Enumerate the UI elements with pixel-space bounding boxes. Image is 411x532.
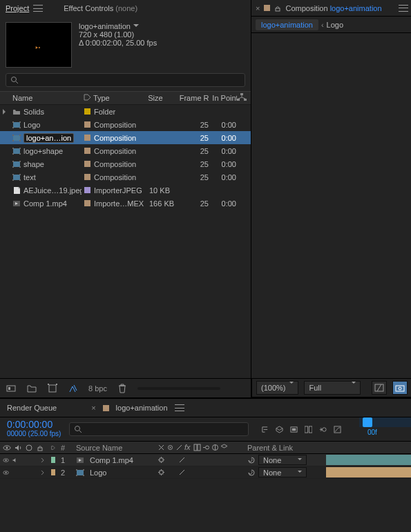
col-label[interactable]	[81, 94, 90, 103]
chevron-left-icon[interactable]: ‹	[321, 21, 324, 29]
col-frame-rate[interactable]: Frame Ra…	[177, 94, 210, 102]
comp-mini-flowchart-icon[interactable]	[261, 426, 269, 433]
svg-rect-22	[13, 161, 20, 167]
timeline-search-input[interactable]	[69, 422, 249, 436]
layer-bar-track[interactable]	[326, 454, 411, 466]
quality-icon[interactable]	[178, 469, 186, 476]
snapshot-button[interactable]	[392, 381, 408, 395]
breadcrumb-current[interactable]: logo+animation	[256, 19, 318, 30]
layer-bar-track[interactable]	[326, 466, 411, 479]
toggle-transparency-button[interactable]	[372, 381, 387, 395]
solo-column-icon[interactable]	[25, 444, 33, 452]
expand-arrow-icon[interactable]	[3, 109, 8, 115]
timeline-ruler[interactable]: 00f	[359, 417, 411, 441]
speaker-icon[interactable]	[12, 456, 18, 464]
layer-label-swatch[interactable]	[51, 469, 55, 475]
timeline-layers[interactable]: 1Comp 1.mp4None2LogoNone	[0, 454, 411, 532]
layer-label-swatch[interactable]	[51, 457, 55, 463]
lock-icon[interactable]	[274, 5, 281, 12]
interpret-footage-button[interactable]	[6, 383, 17, 394]
quality-icon[interactable]	[178, 456, 186, 464]
frame-blend-icon[interactable]	[305, 426, 312, 433]
parent-column[interactable]: Parent & Link	[245, 442, 336, 453]
timeline-layer-row[interactable]: 1Comp 1.mp4None	[0, 454, 411, 466]
svg-rect-30	[12, 179, 14, 181]
color-depth-button[interactable]: 8 bpc	[88, 384, 107, 393]
project-item-row[interactable]: shapeComposition250:00	[0, 157, 251, 170]
panel-menu-icon[interactable]	[33, 3, 43, 13]
label-swatch[interactable]	[84, 161, 90, 167]
3d-switch-icon	[220, 444, 228, 451]
pickwhip-icon[interactable]	[247, 456, 256, 464]
current-timecode[interactable]: 0:00:00:00	[7, 419, 62, 430]
audio-column-icon[interactable]	[14, 444, 22, 452]
effect-controls-tab[interactable]: Effect Controls (none)	[64, 4, 137, 12]
chevron-right-icon[interactable]	[39, 456, 46, 464]
parent-dropdown[interactable]: None	[258, 467, 307, 477]
project-item-row[interactable]: logo+an…ionComposition250:00	[0, 131, 251, 144]
pickwhip-icon[interactable]	[247, 469, 256, 477]
graph-editor-icon[interactable]	[334, 426, 341, 433]
panel-menu-icon[interactable]	[399, 3, 408, 13]
col-in-point[interactable]: In Point	[209, 94, 237, 102]
layer-bar[interactable]	[326, 455, 411, 465]
label-swatch[interactable]	[84, 135, 90, 141]
chevron-right-icon[interactable]	[39, 469, 46, 477]
reset-icon[interactable]	[157, 469, 165, 476]
project-tab[interactable]: Project	[6, 4, 29, 12]
layer-bar[interactable]	[326, 467, 411, 477]
reset-icon[interactable]	[157, 456, 165, 464]
eye-icon[interactable]	[3, 456, 9, 464]
zoom-dropdown[interactable]: (100%)	[256, 381, 298, 395]
panel-menu-icon[interactable]	[175, 403, 184, 413]
index-column[interactable]: #	[58, 442, 73, 453]
adjustment-button[interactable]	[68, 383, 79, 394]
project-item-row[interactable]: Comp 1.mp4Importe…MEX166 KB250:00	[0, 197, 251, 210]
ruler-tick-label: 00f	[367, 428, 377, 436]
eye-icon[interactable]	[3, 469, 9, 477]
label-swatch[interactable]	[84, 174, 90, 180]
render-queue-tab[interactable]: Render Queue	[7, 404, 57, 412]
new-folder-button[interactable]	[26, 383, 37, 394]
lock-column-icon[interactable]	[36, 444, 44, 452]
source-name-column[interactable]: Source Name	[73, 442, 155, 453]
zoom-slider[interactable]	[137, 387, 220, 390]
selected-item-name[interactable]: logo+animation	[79, 22, 139, 30]
label-swatch[interactable]	[84, 121, 90, 128]
breadcrumb-item[interactable]: Logo	[327, 21, 343, 29]
timeline-layer-row[interactable]: 2LogoNone	[0, 466, 411, 479]
project-item-row[interactable]: SolidsFolder	[0, 105, 251, 118]
svg-rect-8	[12, 121, 14, 123]
draft-3d-icon[interactable]	[276, 426, 283, 433]
project-item-row[interactable]: textComposition250:00	[0, 170, 251, 184]
project-item-row[interactable]: AEJuice…19.jpegImporterJPEG10 KB	[0, 184, 251, 197]
project-table-body[interactable]: SolidsFolderLogoComposition250:00logo+an…	[0, 105, 251, 378]
project-item-row[interactable]: logo+shapeComposition250:00	[0, 144, 251, 157]
label-swatch[interactable]	[84, 148, 90, 154]
project-search-input[interactable]	[6, 73, 245, 87]
col-type[interactable]: Type	[90, 94, 145, 102]
playhead[interactable]	[363, 417, 372, 427]
label-swatch[interactable]	[84, 200, 90, 206]
shy-icon[interactable]	[290, 426, 298, 433]
parent-dropdown[interactable]: None	[258, 455, 307, 465]
project-item-row[interactable]: LogoComposition250:00	[0, 118, 251, 131]
new-comp-button[interactable]	[47, 383, 58, 394]
resolution-dropdown[interactable]: Full	[304, 381, 361, 395]
label-swatch[interactable]	[84, 187, 90, 193]
close-icon[interactable]: ×	[256, 4, 260, 12]
composition-thumbnail[interactable]	[6, 22, 72, 68]
col-name[interactable]: Name	[10, 94, 81, 102]
col-size[interactable]: Size	[145, 94, 177, 102]
timeline-active-tab[interactable]: logo+animation	[116, 404, 168, 412]
flowchart-icon[interactable]	[237, 93, 247, 101]
delete-button[interactable]	[117, 383, 128, 394]
close-icon[interactable]: ×	[91, 404, 95, 412]
frame-info: 00000 (25.00 fps)	[7, 430, 62, 437]
composition-panel-title[interactable]: Composition logo+animation	[285, 4, 381, 12]
composition-viewer[interactable]	[251, 33, 411, 378]
motion-blur-icon[interactable]	[319, 426, 327, 433]
label-swatch[interactable]	[84, 108, 90, 115]
video-column-icon[interactable]	[3, 444, 11, 452]
label-column-icon[interactable]	[51, 444, 55, 451]
